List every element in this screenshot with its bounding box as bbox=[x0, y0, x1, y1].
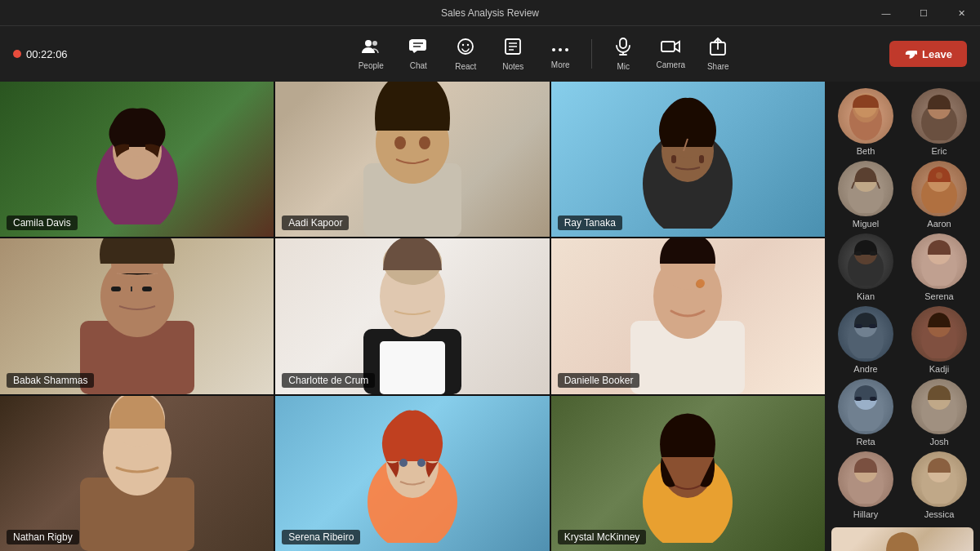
video-tile-babak[interactable]: Babak Shammas bbox=[0, 238, 274, 393]
nathan-avatar bbox=[72, 396, 203, 551]
svg-point-6 bbox=[462, 43, 464, 45]
video-grid: Camila Davis Aadi Kapoor bbox=[0, 82, 825, 551]
svg-rect-36 bbox=[111, 287, 121, 291]
svg-rect-71 bbox=[855, 251, 862, 256]
name-tag-serena-r: Serena Ribeiro bbox=[282, 530, 360, 544]
ray-avatar bbox=[635, 90, 741, 229]
sidebar-row-3: Kian Serena bbox=[825, 233, 980, 301]
avatar-hillary bbox=[838, 451, 893, 507]
participant-kadji[interactable]: Kadji bbox=[905, 306, 973, 374]
sidebar-row-1: Beth Eric bbox=[825, 88, 980, 156]
participant-josh[interactable]: Josh bbox=[905, 379, 973, 447]
react-button[interactable]: React bbox=[443, 31, 488, 77]
mic-label: Mic bbox=[617, 62, 630, 71]
participant-kian[interactable]: Kian bbox=[831, 233, 900, 301]
serena-r-avatar bbox=[359, 404, 466, 543]
avatar-andre bbox=[838, 306, 893, 362]
svg-point-13 bbox=[559, 48, 562, 51]
svg-rect-72 bbox=[870, 251, 876, 256]
name-tag-charlotte: Charlotte de Crum bbox=[282, 373, 375, 388]
notes-button[interactable]: Notes bbox=[490, 31, 536, 77]
participant-jessica[interactable]: Jessica bbox=[905, 451, 973, 519]
share-label: Share bbox=[707, 62, 729, 71]
more-icon bbox=[551, 39, 569, 58]
participant-eric[interactable]: Eric bbox=[905, 88, 973, 156]
more-button[interactable]: More bbox=[537, 31, 583, 77]
mic-icon bbox=[616, 38, 630, 60]
svg-point-54 bbox=[417, 459, 425, 467]
name-tag-danielle: Danielle Booker bbox=[558, 373, 640, 388]
participant-name-hillary: Hillary bbox=[853, 509, 879, 519]
participant-name-miguel: Miguel bbox=[853, 219, 879, 229]
participant-reta[interactable]: Reta bbox=[831, 379, 900, 447]
react-label: React bbox=[455, 62, 476, 71]
participant-name-andre: Andre bbox=[853, 364, 877, 374]
participant-name-kian: Kian bbox=[857, 291, 875, 301]
camera-button[interactable]: Camera bbox=[648, 31, 693, 77]
avatar-miguel bbox=[838, 161, 893, 216]
name-tag-krystal: Krystal McKinney bbox=[558, 530, 647, 544]
timer-display: 00:22:06 bbox=[26, 48, 68, 60]
name-tag-babak: Babak Shammas bbox=[7, 373, 94, 388]
svg-point-0 bbox=[365, 40, 372, 47]
avatar-serena bbox=[911, 233, 967, 289]
participant-name-jessica: Jessica bbox=[924, 509, 955, 519]
share-icon bbox=[710, 38, 726, 60]
notes-icon bbox=[505, 38, 521, 60]
name-tag-nathan: Nathan Rigby bbox=[7, 530, 79, 544]
jessica-preview-avatar bbox=[874, 527, 931, 551]
svg-point-12 bbox=[552, 48, 555, 51]
toolbar-buttons: People Chat Reac bbox=[348, 31, 741, 77]
svg-rect-83 bbox=[855, 397, 862, 401]
name-tag-ray: Ray Tanaka bbox=[558, 216, 622, 230]
people-button[interactable]: People bbox=[348, 31, 394, 77]
svg-point-14 bbox=[565, 48, 568, 51]
video-tile-ray[interactable]: Ray Tanaka bbox=[551, 82, 825, 237]
svg-rect-30 bbox=[671, 155, 676, 163]
video-tile-camila[interactable]: Camila Davis bbox=[0, 82, 274, 237]
mic-button[interactable]: Mic bbox=[600, 31, 646, 77]
react-icon bbox=[457, 38, 474, 60]
minimize-button[interactable]: — bbox=[867, 0, 905, 26]
video-tile-aadi[interactable]: Aadi Kapoor bbox=[275, 82, 549, 237]
video-tile-danielle[interactable]: Danielle Booker bbox=[551, 238, 825, 393]
notes-label: Notes bbox=[502, 62, 523, 71]
sidebar-row-5: Reta Josh bbox=[825, 379, 980, 447]
participant-miguel[interactable]: Miguel bbox=[831, 161, 900, 229]
video-tile-serena-r[interactable]: Serena Ribeiro bbox=[275, 396, 549, 551]
leave-button[interactable]: Leave bbox=[889, 41, 967, 67]
window-title: Sales Analysis Review bbox=[441, 7, 539, 19]
share-button[interactable]: Share bbox=[695, 31, 741, 77]
participant-name-serena: Serena bbox=[924, 291, 953, 301]
titlebar: Sales Analysis Review — ☐ ✕ bbox=[0, 0, 980, 26]
babak-avatar bbox=[72, 238, 203, 393]
charlotte-avatar bbox=[347, 238, 478, 393]
participant-aaron[interactable]: Aaron bbox=[905, 161, 973, 229]
svg-rect-37 bbox=[131, 287, 132, 291]
participant-name-eric: Eric bbox=[932, 146, 947, 156]
video-tile-nathan[interactable]: Nathan Rigby bbox=[0, 396, 274, 551]
sidebar-row-6: Hillary Jessica bbox=[825, 451, 980, 519]
svg-point-7 bbox=[467, 43, 469, 45]
avatar-jessica bbox=[911, 451, 967, 507]
chat-button[interactable]: Chat bbox=[395, 31, 441, 77]
people-icon bbox=[362, 38, 380, 59]
sidebar-jessica-preview bbox=[825, 524, 980, 551]
maximize-button[interactable]: ☐ bbox=[905, 0, 942, 26]
participant-name-kadji: Kadji bbox=[929, 364, 949, 374]
video-tile-krystal[interactable]: Krystal McKinney bbox=[551, 396, 825, 551]
close-button[interactable]: ✕ bbox=[942, 0, 980, 26]
participant-andre[interactable]: Andre bbox=[831, 306, 900, 374]
participant-beth[interactable]: Beth bbox=[831, 88, 900, 156]
video-tile-charlotte[interactable]: Charlotte de Crum bbox=[275, 238, 549, 393]
camera-icon bbox=[661, 39, 680, 58]
svg-rect-31 bbox=[699, 155, 704, 163]
call-timer: 00:22:06 bbox=[13, 48, 68, 60]
participant-serena[interactable]: Serena bbox=[905, 233, 973, 301]
avatar-kian bbox=[838, 233, 893, 289]
participant-name-beth: Beth bbox=[857, 146, 875, 156]
avatar-aaron bbox=[911, 161, 967, 216]
participant-hillary[interactable]: Hillary bbox=[831, 451, 900, 519]
krystal-avatar bbox=[635, 404, 741, 543]
svg-rect-15 bbox=[620, 38, 626, 48]
